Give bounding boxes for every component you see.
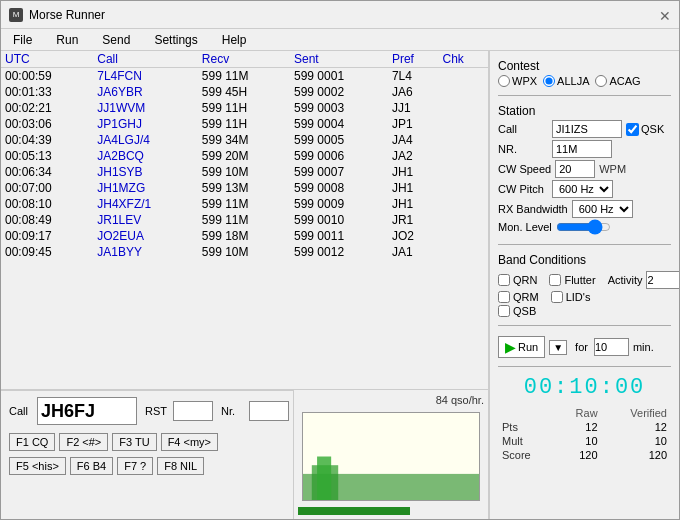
settings-panel: Contest WPX ALLJA ACAG: [489, 51, 679, 519]
score-raw: 120: [555, 448, 602, 462]
cell-chk: [438, 84, 488, 100]
svg-rect-2: [317, 457, 331, 501]
allja-option[interactable]: ALLJA: [543, 75, 589, 87]
band-row-1: QRN Flutter Activity: [498, 271, 671, 289]
mult-raw: 10: [555, 434, 602, 448]
cell-call: JA6YBR: [93, 84, 198, 100]
acag-option[interactable]: ACAG: [595, 75, 640, 87]
station-call-input[interactable]: [552, 120, 622, 138]
mult-verified: 10: [602, 434, 671, 448]
cell-chk: [438, 148, 488, 164]
station-section: Station Call QSK NR. CW Speed WPM: [498, 104, 671, 236]
cell-sent: 599 0005: [290, 132, 388, 148]
run-button[interactable]: ▶ Run: [498, 336, 545, 358]
wpm-unit: WPM: [599, 163, 626, 175]
qsb-option[interactable]: QSB: [498, 305, 536, 317]
table-row: 00:09:45 JA1BYY 599 10M 599 0012 JA1: [1, 244, 488, 260]
cell-sent: 599 0006: [290, 148, 388, 164]
qsk-label[interactable]: QSK: [626, 123, 664, 136]
flutter-checkbox[interactable]: [549, 274, 561, 286]
menu-bar: File Run Send Settings Help: [1, 29, 679, 51]
activity-row: Activity: [608, 271, 679, 289]
mon-level-slider[interactable]: [556, 220, 611, 234]
qrn-option[interactable]: QRN: [498, 274, 537, 286]
menu-send[interactable]: Send: [98, 32, 134, 48]
cell-utc: 00:00:59: [1, 68, 93, 85]
cell-pref: JA6: [388, 84, 439, 100]
nr-input[interactable]: [249, 401, 289, 421]
cell-sent: 599 0003: [290, 100, 388, 116]
qsb-checkbox[interactable]: [498, 305, 510, 317]
cell-utc: 00:03:06: [1, 116, 93, 132]
band-conditions-section: Band Conditions QRN Flutter Activity: [498, 253, 671, 317]
cell-sent: 599 0004: [290, 116, 388, 132]
qrm-checkbox[interactable]: [498, 291, 510, 303]
lids-label: LID's: [566, 291, 591, 303]
rst-label: RST: [145, 405, 165, 417]
fn-row-1: F1 CQ F2 <#> F3 TU F4 <my>: [9, 433, 285, 451]
allja-radio[interactable]: [543, 75, 555, 87]
menu-help[interactable]: Help: [218, 32, 251, 48]
cell-pref: JP1: [388, 116, 439, 132]
f3-button[interactable]: F3 TU: [112, 433, 156, 451]
activity-input[interactable]: [646, 271, 679, 289]
table-row: 00:08:10 JH4XFZ/1 599 11M 599 0009 JH1: [1, 196, 488, 212]
cell-call: JH1MZG: [93, 180, 198, 196]
cell-recv: 599 10M: [198, 244, 290, 260]
call-input[interactable]: [37, 397, 137, 425]
app-icon: M: [9, 8, 23, 22]
allja-label: ALLJA: [557, 75, 589, 87]
run-control: ▶ Run ▼ for min.: [498, 336, 671, 358]
nr-station-input[interactable]: [552, 140, 612, 158]
waterfall-panel: 84 qso/hr.: [293, 390, 488, 519]
menu-settings[interactable]: Settings: [150, 32, 201, 48]
f8-button[interactable]: F8 NIL: [157, 457, 204, 475]
cell-call: JA4LGJ/4: [93, 132, 198, 148]
cell-recv: 599 18M: [198, 228, 290, 244]
cw-speed-input[interactable]: [555, 160, 595, 178]
f7-button[interactable]: F7 ?: [117, 457, 153, 475]
cell-recv: 599 13M: [198, 180, 290, 196]
cell-call: JP1GHJ: [93, 116, 198, 132]
cell-pref: 7L4: [388, 68, 439, 85]
score-col-raw: Raw: [555, 406, 602, 420]
qsk-checkbox[interactable]: [626, 123, 639, 136]
run-dropdown-arrow[interactable]: ▼: [549, 340, 567, 355]
f6-button[interactable]: F6 B4: [70, 457, 113, 475]
rx-bw-select[interactable]: 600 Hz 500 Hz 400 Hz: [572, 200, 633, 218]
qrm-label: QRM: [513, 291, 539, 303]
main-content: UTC Call Recv Sent Pref Chk 00:00:59 7L4…: [1, 51, 679, 519]
cell-call: 7L4FCN: [93, 68, 198, 85]
cell-pref: JH1: [388, 180, 439, 196]
acag-radio[interactable]: [595, 75, 607, 87]
table-row: 00:05:13 JA2BCQ 599 20M 599 0006 JA2: [1, 148, 488, 164]
f4-button[interactable]: F4 <my>: [161, 433, 218, 451]
f5-button[interactable]: F5 <his>: [9, 457, 66, 475]
nr-field-row: NR.: [498, 140, 671, 158]
menu-run[interactable]: Run: [52, 32, 82, 48]
cell-chk: [438, 68, 488, 85]
qrn-checkbox[interactable]: [498, 274, 510, 286]
lids-option[interactable]: LID's: [551, 291, 591, 303]
mon-level-input[interactable]: [556, 220, 611, 234]
cell-call: JJ1WVM: [93, 100, 198, 116]
qrm-option[interactable]: QRM: [498, 291, 539, 303]
duration-input[interactable]: [594, 338, 629, 356]
cw-pitch-select[interactable]: 600 Hz 700 Hz 800 Hz: [552, 180, 613, 198]
f1-button[interactable]: F1 CQ: [9, 433, 55, 451]
col-recv: Recv: [198, 51, 290, 68]
rst-input[interactable]: [173, 401, 213, 421]
cell-recv: 599 11M: [198, 196, 290, 212]
close-button[interactable]: ✕: [659, 9, 671, 21]
wpx-option[interactable]: WPX: [498, 75, 537, 87]
lids-checkbox[interactable]: [551, 291, 563, 303]
cell-sent: 599 0012: [290, 244, 388, 260]
rate-display: 84 qso/hr.: [436, 394, 484, 406]
cell-sent: 599 0010: [290, 212, 388, 228]
left-column: UTC Call Recv Sent Pref Chk 00:00:59 7L4…: [1, 51, 489, 519]
flutter-option[interactable]: Flutter: [549, 274, 595, 286]
wpx-radio[interactable]: [498, 75, 510, 87]
timer-display: 00:10:00: [498, 375, 671, 400]
f2-button[interactable]: F2 <#>: [59, 433, 108, 451]
menu-file[interactable]: File: [9, 32, 36, 48]
